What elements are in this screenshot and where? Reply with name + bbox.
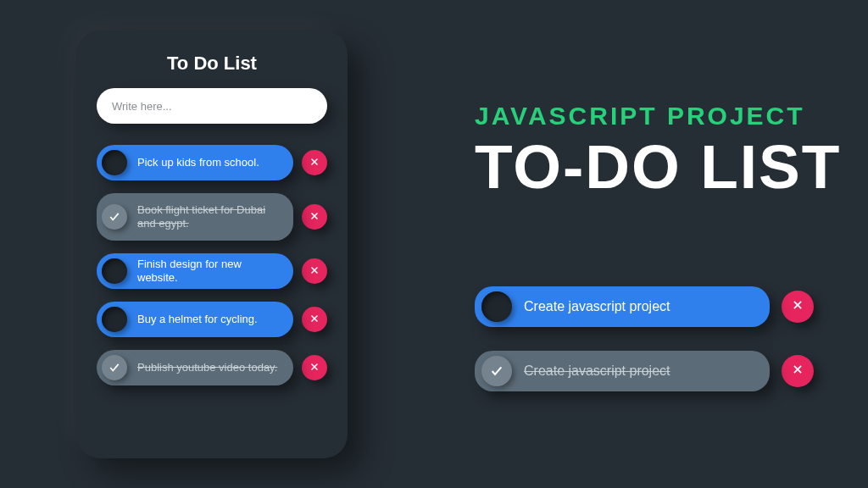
task-row: Create javascript project xyxy=(475,351,814,391)
unchecked-icon[interactable] xyxy=(102,150,127,175)
todo-panel: To Do List Pick up kids from school.Book… xyxy=(76,30,348,458)
task-pill[interactable]: Pick up kids from school. xyxy=(97,145,293,180)
delete-button[interactable] xyxy=(302,150,327,175)
delete-button[interactable] xyxy=(302,258,327,284)
task-text: Finish design for new website. xyxy=(137,258,281,286)
new-task-input[interactable] xyxy=(112,100,312,113)
close-icon xyxy=(309,360,320,375)
close-icon xyxy=(309,263,320,279)
task-text: Book flight ticket for Dubai and egypt. xyxy=(137,203,281,231)
task-text: Buy a helmet for cycling. xyxy=(137,313,281,326)
checkmark-icon[interactable] xyxy=(102,355,127,380)
task-pill[interactable]: Create javascript project xyxy=(475,286,770,327)
delete-button[interactable] xyxy=(782,291,814,323)
panel-title: To Do List xyxy=(97,53,327,75)
task-pill[interactable]: Buy a helmet for cycling. xyxy=(97,302,293,337)
close-icon xyxy=(792,299,804,314)
delete-button[interactable] xyxy=(782,355,814,387)
task-row: Buy a helmet for cycling. xyxy=(97,302,327,337)
task-text: Pick up kids from school. xyxy=(137,156,281,169)
task-pill[interactable]: Finish design for new website. xyxy=(97,253,293,289)
headline-subtitle: JAVASCRIPT PROJECT xyxy=(475,102,841,130)
task-row: Finish design for new website. xyxy=(97,253,327,289)
unchecked-icon[interactable] xyxy=(102,258,127,284)
headline: JAVASCRIPT PROJECT TO-DO LIST xyxy=(475,102,841,196)
close-icon xyxy=(309,155,320,170)
task-list: Pick up kids from school.Book flight tic… xyxy=(97,145,327,385)
unchecked-icon[interactable] xyxy=(481,291,512,322)
delete-button[interactable] xyxy=(302,355,327,380)
task-text: Publish youtube video today. xyxy=(137,361,281,374)
task-pill[interactable]: Publish youtube video today. xyxy=(97,350,293,385)
checkmark-icon[interactable] xyxy=(102,204,127,230)
delete-button[interactable] xyxy=(302,307,327,332)
task-row: Create javascript project xyxy=(475,286,814,327)
task-row: Pick up kids from school. xyxy=(97,145,327,180)
checkmark-icon[interactable] xyxy=(481,356,512,386)
task-text: Create javascript project xyxy=(524,298,758,315)
close-icon xyxy=(792,363,804,379)
close-icon xyxy=(309,312,320,327)
unchecked-icon[interactable] xyxy=(102,307,127,332)
task-pill[interactable]: Book flight ticket for Dubai and egypt. xyxy=(97,193,293,241)
task-pill[interactable]: Create javascript project xyxy=(475,351,770,391)
delete-button[interactable] xyxy=(302,204,327,230)
task-row: Book flight ticket for Dubai and egypt. xyxy=(97,193,327,241)
headline-title: TO-DO LIST xyxy=(475,137,841,196)
task-text: Create javascript project xyxy=(524,363,758,380)
demo-list: Create javascript projectCreate javascri… xyxy=(475,286,814,391)
task-row: Publish youtube video today. xyxy=(97,350,327,385)
new-task-input-wrap[interactable] xyxy=(97,88,327,124)
close-icon xyxy=(309,209,320,225)
